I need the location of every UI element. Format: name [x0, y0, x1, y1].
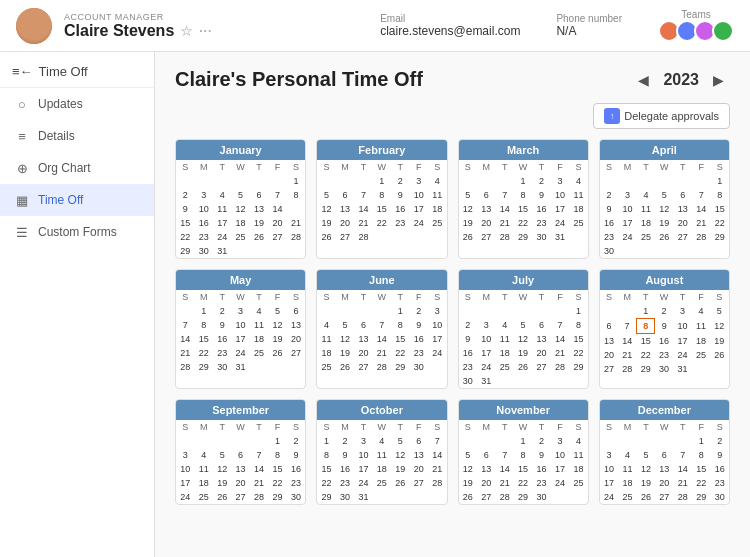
calendar-day[interactable]: 4 [373, 434, 391, 448]
calendar-day[interactable]: 9 [213, 318, 231, 332]
calendar-day[interactable]: 4 [569, 174, 588, 188]
calendar-day[interactable]: 6 [532, 318, 550, 332]
calendar-day[interactable]: 11 [194, 462, 212, 476]
calendar-day[interactable]: 9 [532, 188, 550, 202]
sidebar-item-customforms[interactable]: ☰ Custom Forms [0, 216, 154, 248]
calendar-day[interactable]: 19 [514, 346, 532, 360]
calendar-day[interactable]: 7 [692, 188, 710, 202]
calendar-day[interactable]: 8 [637, 319, 655, 334]
calendar-day[interactable]: 13 [655, 462, 673, 476]
calendar-day[interactable]: 11 [213, 202, 231, 216]
calendar-day[interactable]: 1 [637, 304, 655, 319]
calendar-day[interactable]: 1 [514, 434, 532, 448]
calendar-day[interactable]: 23 [710, 476, 729, 490]
calendar-day[interactable]: 30 [600, 244, 618, 258]
calendar-day[interactable]: 15 [391, 332, 409, 346]
calendar-day[interactable]: 26 [710, 348, 728, 362]
calendar-day[interactable]: 14 [495, 462, 513, 476]
calendar-day[interactable]: 13 [231, 462, 249, 476]
calendar-day[interactable]: 5 [213, 448, 231, 462]
calendar-day[interactable]: 15 [176, 216, 194, 230]
calendar-day[interactable]: 26 [459, 490, 477, 504]
calendar-day[interactable]: 24 [176, 490, 194, 504]
calendar-day[interactable]: 20 [655, 476, 673, 490]
calendar-day[interactable]: 18 [373, 462, 391, 476]
calendar-day[interactable]: 22 [391, 346, 409, 360]
calendar-day[interactable]: 22 [514, 476, 532, 490]
calendar-day[interactable]: 13 [336, 202, 354, 216]
calendar-day[interactable]: 1 [569, 304, 588, 318]
calendar-day[interactable]: 26 [336, 360, 354, 374]
prev-year-button[interactable]: ◀ [632, 70, 655, 90]
calendar-day[interactable]: 6 [231, 448, 249, 462]
calendar-day[interactable]: 26 [459, 230, 477, 244]
calendar-day[interactable]: 8 [287, 188, 306, 202]
calendar-day[interactable]: 5 [336, 318, 354, 332]
calendar-day[interactable]: 25 [637, 230, 655, 244]
calendar-day[interactable]: 10 [194, 202, 212, 216]
calendar-day[interactable]: 21 [551, 346, 569, 360]
calendar-day[interactable]: 8 [692, 448, 710, 462]
calendar-day[interactable]: 28 [495, 230, 513, 244]
calendar-day[interactable]: 17 [477, 346, 495, 360]
calendar-day[interactable]: 10 [618, 202, 636, 216]
calendar-day[interactable]: 9 [391, 188, 409, 202]
calendar-day[interactable]: 16 [655, 334, 673, 349]
calendar-day[interactable]: 26 [213, 490, 231, 504]
calendar-day[interactable]: 27 [231, 490, 249, 504]
calendar-day[interactable]: 7 [373, 318, 391, 332]
calendar-day[interactable]: 27 [477, 490, 495, 504]
calendar-day[interactable]: 20 [410, 462, 428, 476]
calendar-day[interactable]: 6 [477, 448, 495, 462]
calendar-day[interactable]: 24 [354, 476, 372, 490]
calendar-day[interactable]: 11 [428, 188, 447, 202]
calendar-day[interactable]: 29 [692, 490, 710, 504]
calendar-day[interactable]: 18 [495, 346, 513, 360]
calendar-day[interactable]: 10 [600, 462, 618, 476]
calendar-day[interactable]: 30 [459, 374, 477, 388]
calendar-day[interactable]: 24 [600, 490, 618, 504]
calendar-day[interactable]: 24 [618, 230, 636, 244]
calendar-day[interactable]: 12 [514, 332, 532, 346]
calendar-day[interactable]: 2 [391, 174, 409, 188]
calendar-day[interactable]: 12 [336, 332, 354, 346]
calendar-day[interactable]: 29 [176, 244, 194, 258]
calendar-day[interactable]: 22 [268, 476, 286, 490]
calendar-day[interactable]: 23 [532, 476, 550, 490]
calendar-day[interactable]: 2 [459, 318, 477, 332]
calendar-day[interactable]: 21 [674, 476, 692, 490]
calendar-day[interactable]: 31 [213, 244, 231, 258]
calendar-day[interactable]: 2 [532, 174, 550, 188]
calendar-day[interactable]: 5 [391, 434, 409, 448]
calendar-day[interactable]: 6 [287, 304, 306, 318]
calendar-day[interactable]: 1 [391, 304, 409, 318]
calendar-day[interactable]: 23 [287, 476, 306, 490]
calendar-day[interactable]: 30 [410, 360, 428, 374]
calendar-day[interactable]: 26 [655, 230, 673, 244]
calendar-day[interactable]: 29 [710, 230, 729, 244]
calendar-day[interactable]: 29 [569, 360, 588, 374]
calendar-day[interactable]: 18 [618, 476, 636, 490]
calendar-day[interactable]: 10 [354, 448, 372, 462]
calendar-day[interactable]: 12 [655, 202, 673, 216]
calendar-day[interactable]: 8 [514, 448, 532, 462]
calendar-day[interactable]: 9 [336, 448, 354, 462]
calendar-day[interactable]: 6 [250, 188, 268, 202]
sidebar-item-orgchart[interactable]: ⊕ Org Chart [0, 152, 154, 184]
calendar-day[interactable]: 18 [637, 216, 655, 230]
calendar-day[interactable]: 3 [231, 304, 249, 318]
calendar-day[interactable]: 3 [600, 448, 618, 462]
calendar-day[interactable]: 17 [600, 476, 618, 490]
calendar-day[interactable]: 21 [287, 216, 306, 230]
calendar-day[interactable]: 10 [551, 188, 569, 202]
calendar-day[interactable]: 9 [287, 448, 306, 462]
calendar-day[interactable]: 8 [514, 188, 532, 202]
calendar-day[interactable]: 31 [477, 374, 495, 388]
calendar-day[interactable]: 14 [250, 462, 268, 476]
calendar-day[interactable]: 9 [600, 202, 618, 216]
calendar-day[interactable]: 15 [514, 202, 532, 216]
calendar-day[interactable]: 28 [287, 230, 306, 244]
calendar-day[interactable]: 21 [495, 216, 513, 230]
calendar-day[interactable]: 19 [336, 346, 354, 360]
calendar-day[interactable]: 7 [428, 434, 447, 448]
